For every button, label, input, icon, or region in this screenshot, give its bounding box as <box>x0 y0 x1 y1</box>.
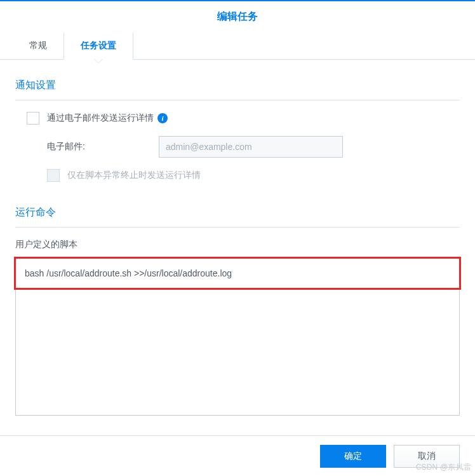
content-area: 通知设置 通过电子邮件发送运行详情 i 电子邮件: 仅在脚本异常终止时发送运行详… <box>0 60 475 424</box>
email-field[interactable] <box>159 136 343 158</box>
script-wrapper <box>15 258 460 418</box>
section-notify-settings: 通知设置 <box>15 72 460 100</box>
row-only-on-error: 仅在脚本异常终止时发送运行详情 <box>47 169 460 182</box>
tab-general[interactable]: 常规 <box>13 32 64 59</box>
user-script-textarea[interactable] <box>15 258 460 416</box>
tabs-bar: 常规 任务设置 <box>0 32 475 60</box>
label-email: 电子邮件: <box>47 141 159 153</box>
row-send-email: 通过电子邮件发送运行详情 i <box>27 112 460 125</box>
info-icon[interactable]: i <box>157 113 168 123</box>
label-only-on-error: 仅在脚本异常终止时发送运行详情 <box>67 170 201 181</box>
tab-task-settings[interactable]: 任务设置 <box>64 32 133 60</box>
dialog-header: 编辑任务 <box>0 0 475 32</box>
section-run-command: 运行命令 <box>15 200 460 228</box>
checkbox-send-email[interactable] <box>27 112 39 125</box>
label-user-script: 用户定义的脚本 <box>15 239 460 250</box>
dialog-footer: 确定 取消 <box>0 435 475 476</box>
watermark: CSDN @东风雷 <box>416 462 471 473</box>
ok-button[interactable]: 确定 <box>320 445 386 468</box>
row-email: 电子邮件: <box>47 136 460 158</box>
dialog-title: 编辑任务 <box>217 11 258 22</box>
label-send-email: 通过电子邮件发送运行详情 <box>47 112 154 124</box>
checkbox-only-on-error <box>47 169 60 182</box>
